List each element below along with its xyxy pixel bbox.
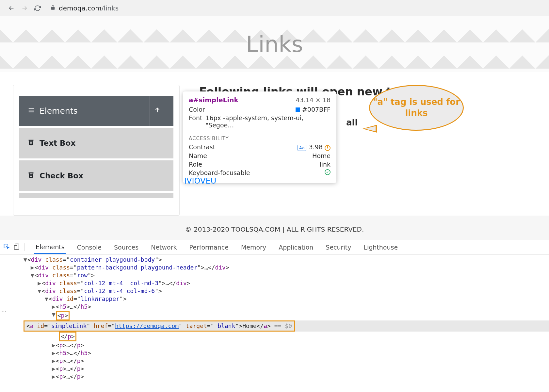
inspect-icon[interactable] xyxy=(3,243,10,251)
sidebar: Elements Text Box Check Box xyxy=(13,85,180,216)
annotation-text: "a" tag is used for links xyxy=(370,97,463,119)
sidebar-header-label: Elements xyxy=(40,106,78,116)
tooltip-dimensions: 43.14 × 18 xyxy=(296,96,331,104)
dom-tree[interactable]: ▼<div class="container playgound-body"> … xyxy=(0,254,549,392)
forward-icon[interactable] xyxy=(21,5,28,12)
devtools-tabs: Elements Console Sources Network Perform… xyxy=(0,240,549,254)
footer-text: © 2013-2020 TOOLSQA.COM | ALL RIGHTS RES… xyxy=(0,216,549,240)
browser-toolbar: demoqa.com/links xyxy=(0,0,549,16)
tooltip-acc-label: ACCESSIBILITY xyxy=(189,132,331,141)
sidebar-item-label: Check Box xyxy=(40,172,83,180)
partial-link[interactable]: IVIOVEU xyxy=(184,176,216,186)
sidebar-item-checkbox[interactable]: Check Box xyxy=(19,160,173,191)
selected-dom-node[interactable]: <a id="simpleLink" href="https://demoqa.… xyxy=(24,320,549,332)
url-text: demoqa.com/links xyxy=(59,4,119,12)
tooltip-selector: a#simpleLink xyxy=(189,96,238,104)
sidebar-item-textbox[interactable]: Text Box xyxy=(19,128,173,158)
tooltip-color-value: #007BFF xyxy=(296,106,331,113)
devtab-security[interactable]: Security xyxy=(324,241,352,253)
devtab-application[interactable]: Application xyxy=(277,241,315,253)
devtools-panel: Elements Console Sources Network Perform… xyxy=(0,240,549,392)
tooltip-name-label: Name xyxy=(189,152,207,159)
annotation-callout: "a" tag is used for links xyxy=(369,85,467,137)
page-header: Links xyxy=(0,16,549,72)
tooltip-font-label: Font xyxy=(189,114,202,129)
reload-icon[interactable] xyxy=(34,5,41,12)
svg-rect-2 xyxy=(14,245,17,249)
sidebar-item-label: Text Box xyxy=(40,139,75,147)
color-swatch xyxy=(296,107,300,112)
html5-icon xyxy=(28,172,35,180)
html5-icon xyxy=(28,139,35,148)
aa-badge: Aa xyxy=(298,145,306,151)
devtab-elements[interactable]: Elements xyxy=(34,241,66,254)
page-title: Links xyxy=(246,31,303,57)
tooltip-font-value: 16px -apple-system, system-ui, "Segoe… xyxy=(205,114,331,129)
devtab-network[interactable]: Network xyxy=(150,241,178,253)
tooltip-role-value: link xyxy=(319,161,331,168)
inspector-tooltip: a#simpleLink 43.14 × 18 Color#007BFF Fon… xyxy=(183,91,336,183)
tooltip-contrast-label: Contrast xyxy=(189,143,215,151)
partial-heading: all xyxy=(346,118,358,127)
devtab-memory[interactable]: Memory xyxy=(240,241,267,253)
warning-icon: ! xyxy=(325,145,331,151)
tooltip-name-value: Home xyxy=(312,152,331,159)
collapse-icon[interactable] xyxy=(150,106,165,115)
devtab-sources[interactable]: Sources xyxy=(113,241,140,253)
devtab-lighthouse[interactable]: Lighthouse xyxy=(362,241,399,253)
sidebar-item-partial[interactable] xyxy=(19,193,173,198)
tooltip-role-label: Role xyxy=(189,161,202,168)
device-icon[interactable] xyxy=(14,243,20,251)
lock-icon xyxy=(50,5,56,11)
check-icon: ✓ xyxy=(325,169,331,175)
overflow-dots[interactable]: … xyxy=(1,307,7,313)
devtab-console[interactable]: Console xyxy=(76,241,103,253)
tooltip-contrast-value: Aa3.98! xyxy=(298,143,331,151)
address-bar[interactable]: demoqa.com/links xyxy=(50,4,119,12)
tooltip-color-label: Color xyxy=(189,106,205,113)
menu-icon xyxy=(28,106,35,116)
tooltip-kf-label: Keyboard-focusable xyxy=(189,169,250,176)
back-icon[interactable] xyxy=(8,5,15,12)
devtab-performance[interactable]: Performance xyxy=(188,241,230,253)
sidebar-header[interactable]: Elements xyxy=(19,96,173,126)
